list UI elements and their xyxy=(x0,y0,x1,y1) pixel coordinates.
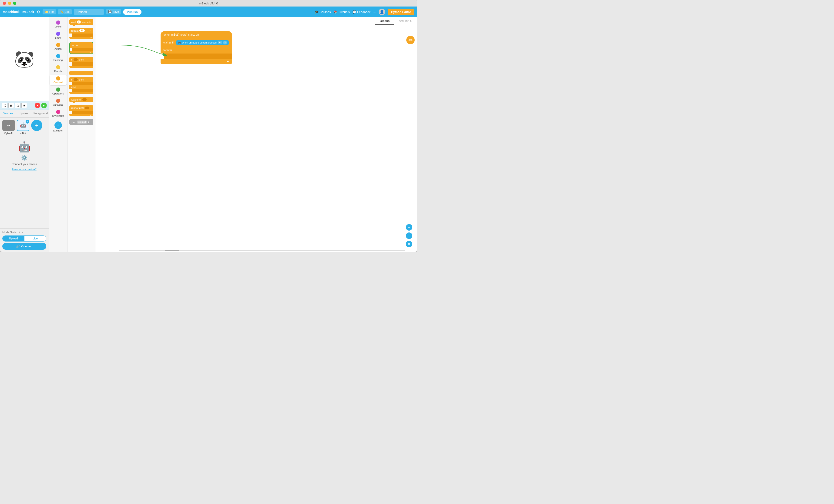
button-condition-label: when on-board button pressed xyxy=(182,41,217,44)
app-window: mBlock v5.4.0 makeblock | mBlock ⚙ 📁 Fil… xyxy=(0,0,417,252)
run-button[interactable]: ▶ xyxy=(41,103,47,108)
python-editor-button[interactable]: Python Editor xyxy=(388,9,414,15)
courses-icon: 🎓 xyxy=(315,10,319,14)
block-spacer1[interactable] xyxy=(69,71,93,75)
button-condition[interactable]: 🎮 when on-board button pressed ▼ ? xyxy=(176,40,229,45)
avatar[interactable]: 👤 xyxy=(379,8,385,15)
tab-background[interactable]: Background xyxy=(32,110,49,117)
category-looks[interactable]: Looks xyxy=(50,19,67,29)
category-operators[interactable]: Operators xyxy=(50,86,67,96)
if-else-inner2 xyxy=(72,89,93,92)
settings-icon[interactable]: ⚙ xyxy=(36,9,41,14)
how-to-link[interactable]: How to use device? xyxy=(12,168,37,171)
block-if-then[interactable]: if then xyxy=(69,57,93,68)
publish-button[interactable]: Publish xyxy=(123,9,141,15)
block-forever[interactable]: forever ↩ xyxy=(69,42,93,54)
add-extension-button[interactable]: + xyxy=(54,122,62,129)
blocks-panel: wait 1 seconds repeat 10 ↩ ↩ xyxy=(67,17,95,252)
device-item-cyberpi[interactable]: ■■ CyberPi xyxy=(2,120,15,135)
category-control[interactable]: Control xyxy=(50,75,67,85)
category-events[interactable]: Events xyxy=(50,64,67,74)
repeat-until-hex xyxy=(85,107,89,109)
close-button[interactable] xyxy=(3,2,6,5)
block-wait-until[interactable]: wait until xyxy=(69,97,93,102)
edit-icon: ✏️ xyxy=(60,10,64,14)
wait-until-notch xyxy=(72,102,75,103)
hat-block[interactable]: when mBot(mcore) starts up xyxy=(160,31,232,38)
stage-canvas: 🐼 xyxy=(0,17,49,101)
stage-grid-button[interactable]: ▦ xyxy=(8,103,14,108)
help-icon[interactable]: ? xyxy=(223,41,227,44)
forever-block-canvas[interactable]: forever ↩ xyxy=(160,47,232,64)
cyberpi-thumb[interactable]: ■■ xyxy=(2,120,15,131)
scrollbar-thumb[interactable] xyxy=(165,250,179,251)
tab-arduino-c[interactable]: Arduino C xyxy=(394,17,417,25)
info-icon: i xyxy=(19,231,23,234)
tab-devices[interactable]: Devices xyxy=(0,110,16,117)
add-device-button[interactable]: + xyxy=(31,120,42,131)
save-button[interactable]: 💾 Save xyxy=(106,9,121,15)
maximize-button[interactable] xyxy=(13,2,16,5)
forever-bottom: ↩ xyxy=(70,51,93,53)
block-wait[interactable]: wait 1 seconds xyxy=(69,19,93,25)
window-title: mBlock v5.4.0 xyxy=(199,2,218,5)
toolbar-right: 🎓 Courses 📚 Tutorials 💬 Feedback ... 👤 P… xyxy=(315,8,414,15)
repeat-until-inner xyxy=(72,111,93,114)
if-else-hex xyxy=(73,78,78,81)
category-variables[interactable]: Variables xyxy=(50,97,67,108)
block-repeat-until[interactable]: repeat until ↩ xyxy=(69,105,93,116)
stage-fullscreen-button[interactable]: ⛶ xyxy=(2,103,7,108)
if-inner xyxy=(72,62,93,66)
mbot-delete-button[interactable]: ✕ xyxy=(26,120,29,124)
button-dropdown[interactable]: ▼ xyxy=(218,41,222,44)
show-label: Show xyxy=(55,36,62,39)
live-mode-button[interactable]: Live xyxy=(24,236,46,241)
file-menu[interactable]: 📁 File xyxy=(43,9,56,15)
block-stop-all[interactable]: stop stop all ▾ xyxy=(69,119,93,125)
edit-menu[interactable]: ✏️ Edit xyxy=(58,9,72,15)
robot-icon: 🤖 xyxy=(18,141,31,153)
category-sensing[interactable]: Sensing xyxy=(50,52,67,63)
tab-sprites[interactable]: Sprites xyxy=(16,110,32,117)
repeat-value: 10 xyxy=(79,29,85,32)
category-action[interactable]: Action xyxy=(50,41,67,52)
zoom-reset-button[interactable]: = xyxy=(406,241,412,247)
upload-mode-button[interactable]: Upload xyxy=(3,236,24,241)
courses-button[interactable]: 🎓 Courses xyxy=(315,10,331,14)
extension-add[interactable]: + extension xyxy=(53,122,63,132)
wait-label: wait xyxy=(71,21,76,23)
tutorials-button[interactable]: 📚 Tutorials xyxy=(333,10,350,14)
mbot-icon: 🤖 xyxy=(20,123,26,128)
block-repeat[interactable]: repeat 10 ↩ ↩ xyxy=(69,28,93,39)
stop-button[interactable]: ■ xyxy=(35,103,40,108)
looks-label: Looks xyxy=(55,25,62,28)
connect-button[interactable]: 🔗 Connect xyxy=(2,243,46,250)
more-button[interactable]: ... xyxy=(373,10,376,14)
add-device-item[interactable]: + xyxy=(31,120,42,135)
feedback-button[interactable]: 💬 Feedback xyxy=(353,10,370,14)
category-show[interactable]: Show xyxy=(50,30,67,41)
stage-half-button[interactable]: ▢ xyxy=(15,103,20,108)
forever-canvas-inner xyxy=(164,53,232,59)
horizontal-scrollbar[interactable] xyxy=(119,250,405,251)
forever-label[interactable]: forever xyxy=(70,42,93,48)
device-item-mbot[interactable]: 🤖 ✕ mBot xyxy=(17,120,29,135)
forever-arrow-icon: ↩ xyxy=(227,60,229,63)
zoom-in-button[interactable]: + xyxy=(406,224,412,231)
category-my-blocks[interactable]: My Blocks xyxy=(50,108,67,119)
stage-mini-button[interactable]: ⊞ xyxy=(21,103,27,108)
events-dot xyxy=(56,65,60,69)
minimize-button[interactable] xyxy=(8,2,11,5)
wait-until-block[interactable]: wait until 🎮 when on-board button presse… xyxy=(160,38,232,47)
my-blocks-dot xyxy=(56,110,60,114)
show-dot xyxy=(56,31,60,36)
zoom-out-button[interactable]: - xyxy=(406,233,412,239)
sensing-label: Sensing xyxy=(53,59,63,61)
mode-buttons: Upload Live xyxy=(2,236,46,242)
block-if-then-else[interactable]: if then else xyxy=(69,77,93,94)
code-view-button[interactable]: </> xyxy=(406,36,415,44)
stop-dropdown[interactable]: stop all xyxy=(77,120,87,124)
mbot-thumb[interactable]: 🤖 ✕ xyxy=(17,120,29,131)
project-name-input[interactable] xyxy=(74,9,104,15)
tab-blocks[interactable]: Blocks xyxy=(375,17,394,25)
